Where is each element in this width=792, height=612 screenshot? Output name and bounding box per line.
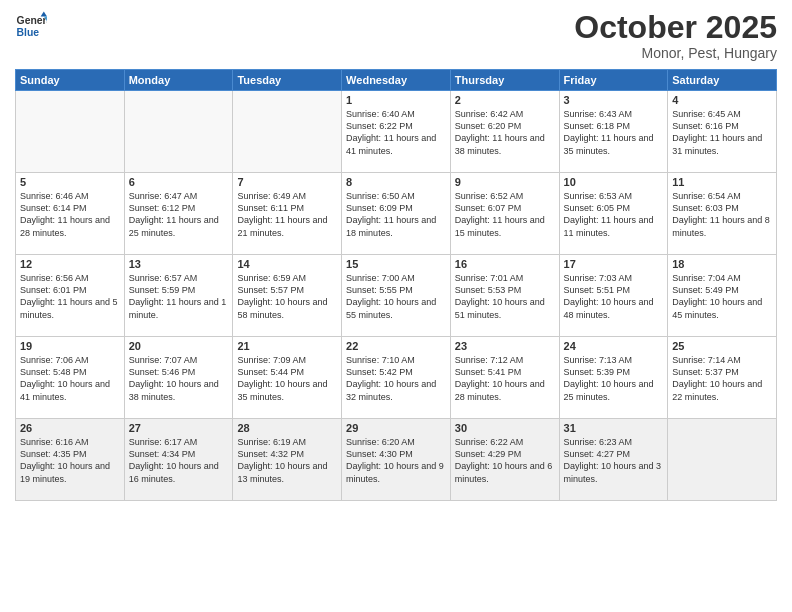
day-number: 9 bbox=[455, 176, 555, 188]
header-friday: Friday bbox=[559, 70, 668, 91]
day-info: Sunrise: 7:10 AM Sunset: 5:42 PM Dayligh… bbox=[346, 354, 446, 403]
day-info: Sunrise: 7:07 AM Sunset: 5:46 PM Dayligh… bbox=[129, 354, 229, 403]
day-cell: 5Sunrise: 6:46 AM Sunset: 6:14 PM Daylig… bbox=[16, 173, 125, 255]
day-cell: 4Sunrise: 6:45 AM Sunset: 6:16 PM Daylig… bbox=[668, 91, 777, 173]
day-info: Sunrise: 6:59 AM Sunset: 5:57 PM Dayligh… bbox=[237, 272, 337, 321]
day-cell: 3Sunrise: 6:43 AM Sunset: 6:18 PM Daylig… bbox=[559, 91, 668, 173]
day-info: Sunrise: 6:49 AM Sunset: 6:11 PM Dayligh… bbox=[237, 190, 337, 239]
week-row-4: 26Sunrise: 6:16 AM Sunset: 4:35 PM Dayli… bbox=[16, 419, 777, 501]
day-number: 22 bbox=[346, 340, 446, 352]
svg-text:Blue: Blue bbox=[17, 27, 40, 38]
day-cell bbox=[124, 91, 233, 173]
day-cell: 30Sunrise: 6:22 AM Sunset: 4:29 PM Dayli… bbox=[450, 419, 559, 501]
day-cell: 29Sunrise: 6:20 AM Sunset: 4:30 PM Dayli… bbox=[342, 419, 451, 501]
day-cell: 31Sunrise: 6:23 AM Sunset: 4:27 PM Dayli… bbox=[559, 419, 668, 501]
day-number: 19 bbox=[20, 340, 120, 352]
week-row-2: 12Sunrise: 6:56 AM Sunset: 6:01 PM Dayli… bbox=[16, 255, 777, 337]
day-cell: 26Sunrise: 6:16 AM Sunset: 4:35 PM Dayli… bbox=[16, 419, 125, 501]
day-cell: 23Sunrise: 7:12 AM Sunset: 5:41 PM Dayli… bbox=[450, 337, 559, 419]
day-info: Sunrise: 6:40 AM Sunset: 6:22 PM Dayligh… bbox=[346, 108, 446, 157]
day-cell: 21Sunrise: 7:09 AM Sunset: 5:44 PM Dayli… bbox=[233, 337, 342, 419]
day-cell: 15Sunrise: 7:00 AM Sunset: 5:55 PM Dayli… bbox=[342, 255, 451, 337]
day-number: 3 bbox=[564, 94, 664, 106]
header-thursday: Thursday bbox=[450, 70, 559, 91]
day-info: Sunrise: 6:56 AM Sunset: 6:01 PM Dayligh… bbox=[20, 272, 120, 321]
week-row-0: 1Sunrise: 6:40 AM Sunset: 6:22 PM Daylig… bbox=[16, 91, 777, 173]
week-row-3: 19Sunrise: 7:06 AM Sunset: 5:48 PM Dayli… bbox=[16, 337, 777, 419]
day-number: 27 bbox=[129, 422, 229, 434]
day-cell: 2Sunrise: 6:42 AM Sunset: 6:20 PM Daylig… bbox=[450, 91, 559, 173]
day-cell: 1Sunrise: 6:40 AM Sunset: 6:22 PM Daylig… bbox=[342, 91, 451, 173]
day-number: 24 bbox=[564, 340, 664, 352]
day-info: Sunrise: 6:53 AM Sunset: 6:05 PM Dayligh… bbox=[564, 190, 664, 239]
day-number: 15 bbox=[346, 258, 446, 270]
day-cell: 7Sunrise: 6:49 AM Sunset: 6:11 PM Daylig… bbox=[233, 173, 342, 255]
day-cell: 6Sunrise: 6:47 AM Sunset: 6:12 PM Daylig… bbox=[124, 173, 233, 255]
day-number: 11 bbox=[672, 176, 772, 188]
day-number: 5 bbox=[20, 176, 120, 188]
day-number: 12 bbox=[20, 258, 120, 270]
day-info: Sunrise: 6:22 AM Sunset: 4:29 PM Dayligh… bbox=[455, 436, 555, 485]
day-number: 6 bbox=[129, 176, 229, 188]
logo-icon: General Blue bbox=[15, 10, 47, 42]
day-info: Sunrise: 7:00 AM Sunset: 5:55 PM Dayligh… bbox=[346, 272, 446, 321]
day-cell: 11Sunrise: 6:54 AM Sunset: 6:03 PM Dayli… bbox=[668, 173, 777, 255]
day-cell bbox=[16, 91, 125, 173]
title-block: October 2025 Monor, Pest, Hungary bbox=[574, 10, 777, 61]
day-number: 31 bbox=[564, 422, 664, 434]
day-info: Sunrise: 6:20 AM Sunset: 4:30 PM Dayligh… bbox=[346, 436, 446, 485]
header-monday: Monday bbox=[124, 70, 233, 91]
day-cell: 19Sunrise: 7:06 AM Sunset: 5:48 PM Dayli… bbox=[16, 337, 125, 419]
day-cell: 14Sunrise: 6:59 AM Sunset: 5:57 PM Dayli… bbox=[233, 255, 342, 337]
day-info: Sunrise: 7:06 AM Sunset: 5:48 PM Dayligh… bbox=[20, 354, 120, 403]
day-number: 18 bbox=[672, 258, 772, 270]
day-cell: 24Sunrise: 7:13 AM Sunset: 5:39 PM Dayli… bbox=[559, 337, 668, 419]
day-number: 16 bbox=[455, 258, 555, 270]
day-info: Sunrise: 6:42 AM Sunset: 6:20 PM Dayligh… bbox=[455, 108, 555, 157]
day-info: Sunrise: 6:16 AM Sunset: 4:35 PM Dayligh… bbox=[20, 436, 120, 485]
day-info: Sunrise: 7:12 AM Sunset: 5:41 PM Dayligh… bbox=[455, 354, 555, 403]
day-number: 7 bbox=[237, 176, 337, 188]
header-row: Sunday Monday Tuesday Wednesday Thursday… bbox=[16, 70, 777, 91]
day-number: 20 bbox=[129, 340, 229, 352]
calendar-title: October 2025 bbox=[574, 10, 777, 45]
day-info: Sunrise: 6:52 AM Sunset: 6:07 PM Dayligh… bbox=[455, 190, 555, 239]
header-saturday: Saturday bbox=[668, 70, 777, 91]
day-cell: 9Sunrise: 6:52 AM Sunset: 6:07 PM Daylig… bbox=[450, 173, 559, 255]
day-info: Sunrise: 6:54 AM Sunset: 6:03 PM Dayligh… bbox=[672, 190, 772, 239]
calendar-subtitle: Monor, Pest, Hungary bbox=[574, 45, 777, 61]
header-sunday: Sunday bbox=[16, 70, 125, 91]
day-cell: 10Sunrise: 6:53 AM Sunset: 6:05 PM Dayli… bbox=[559, 173, 668, 255]
day-info: Sunrise: 6:17 AM Sunset: 4:34 PM Dayligh… bbox=[129, 436, 229, 485]
day-info: Sunrise: 7:01 AM Sunset: 5:53 PM Dayligh… bbox=[455, 272, 555, 321]
day-info: Sunrise: 6:45 AM Sunset: 6:16 PM Dayligh… bbox=[672, 108, 772, 157]
week-row-1: 5Sunrise: 6:46 AM Sunset: 6:14 PM Daylig… bbox=[16, 173, 777, 255]
day-cell: 16Sunrise: 7:01 AM Sunset: 5:53 PM Dayli… bbox=[450, 255, 559, 337]
day-number: 10 bbox=[564, 176, 664, 188]
calendar-page: General Blue October 2025 Monor, Pest, H… bbox=[0, 0, 792, 612]
day-number: 26 bbox=[20, 422, 120, 434]
day-cell: 18Sunrise: 7:04 AM Sunset: 5:49 PM Dayli… bbox=[668, 255, 777, 337]
day-number: 4 bbox=[672, 94, 772, 106]
header-tuesday: Tuesday bbox=[233, 70, 342, 91]
day-cell: 22Sunrise: 7:10 AM Sunset: 5:42 PM Dayli… bbox=[342, 337, 451, 419]
day-number: 25 bbox=[672, 340, 772, 352]
day-info: Sunrise: 7:14 AM Sunset: 5:37 PM Dayligh… bbox=[672, 354, 772, 403]
logo: General Blue bbox=[15, 10, 47, 42]
day-cell: 25Sunrise: 7:14 AM Sunset: 5:37 PM Dayli… bbox=[668, 337, 777, 419]
svg-marker-2 bbox=[41, 12, 47, 17]
day-info: Sunrise: 6:23 AM Sunset: 4:27 PM Dayligh… bbox=[564, 436, 664, 485]
day-info: Sunrise: 6:19 AM Sunset: 4:32 PM Dayligh… bbox=[237, 436, 337, 485]
day-cell bbox=[233, 91, 342, 173]
day-cell: 17Sunrise: 7:03 AM Sunset: 5:51 PM Dayli… bbox=[559, 255, 668, 337]
day-cell bbox=[668, 419, 777, 501]
day-info: Sunrise: 6:47 AM Sunset: 6:12 PM Dayligh… bbox=[129, 190, 229, 239]
day-number: 2 bbox=[455, 94, 555, 106]
day-info: Sunrise: 6:50 AM Sunset: 6:09 PM Dayligh… bbox=[346, 190, 446, 239]
day-number: 13 bbox=[129, 258, 229, 270]
day-cell: 12Sunrise: 6:56 AM Sunset: 6:01 PM Dayli… bbox=[16, 255, 125, 337]
day-info: Sunrise: 6:57 AM Sunset: 5:59 PM Dayligh… bbox=[129, 272, 229, 321]
header: General Blue October 2025 Monor, Pest, H… bbox=[15, 10, 777, 61]
day-number: 28 bbox=[237, 422, 337, 434]
day-info: Sunrise: 7:13 AM Sunset: 5:39 PM Dayligh… bbox=[564, 354, 664, 403]
